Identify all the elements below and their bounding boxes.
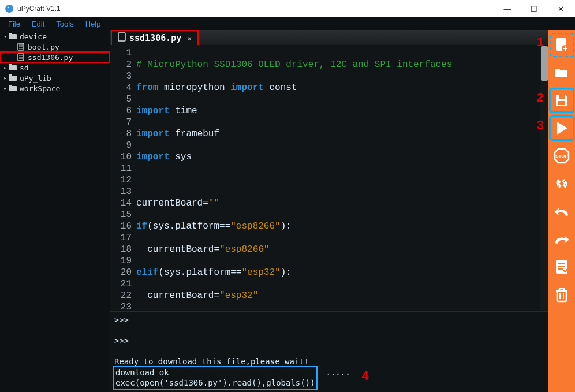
svg-text:STOP: STOP [555,154,568,159]
folder-icon [8,85,17,92]
undo-button[interactable] [550,200,573,223]
new-file-button[interactable] [550,33,573,57]
toolbar-rail: 1 2 3 STOP [548,30,575,392]
annotation-4: 4 [362,368,369,383]
svg-point-0 [5,5,13,13]
svg-rect-18 [118,33,125,41]
menu-edit[interactable]: Edit [26,18,50,29]
close-tab-icon[interactable]: ✕ [187,34,192,43]
file-tree: ▾ device boot.py ssd1306.py ▸ sd ▸ uPy_l… [0,30,110,392]
editor-scrollbar[interactable] [540,45,548,311]
close-button[interactable]: ✕ [547,0,574,17]
svg-rect-15 [9,74,12,77]
annotation-3: 3 [537,118,544,133]
svg-point-1 [8,7,9,9]
file-icon [16,43,25,51]
menu-tools[interactable]: Tools [50,18,79,29]
folder-icon [8,33,17,40]
clear-button[interactable] [550,283,573,306]
annotation-1: 1 [537,35,544,50]
tree-workspace[interactable]: ▸ workSpace [0,83,110,94]
tree-boot[interactable]: boot.py [0,42,110,52]
minimize-button[interactable]: — [494,0,521,17]
menu-help[interactable]: Help [80,18,107,29]
redo-button[interactable] [550,227,573,251]
run-button[interactable] [550,117,573,140]
menubar: File Edit Tools Help [0,17,575,30]
svg-rect-22 [559,95,565,99]
tree-device[interactable]: ▾ device [0,31,110,42]
tree-ssd1306[interactable]: ssd1306.py [0,52,110,62]
folder-icon [8,64,17,71]
tree-sd[interactable]: ▸ sd [0,62,110,73]
folder-icon [8,74,17,81]
menu-file[interactable]: File [2,18,26,29]
stop-button[interactable]: STOP [550,144,573,167]
file-icon [16,53,25,61]
maximize-button[interactable]: ☐ [521,0,547,17]
app-logo-icon [5,4,14,13]
console[interactable]: >>> >>> Ready to download this file,plea… [110,311,548,392]
tabbar: ssd1306.py ✕ [110,30,548,45]
code-content: # MicroPython SSD1306 OLED driver, I2C a… [136,45,452,311]
console-download-box: download ok exec(open('ssd1306.py').read… [114,367,316,389]
svg-rect-21 [558,101,565,105]
tab-ssd1306[interactable]: ssd1306.py ✕ [112,31,197,45]
tree-upylib[interactable]: ▸ uPy_lib [0,73,110,83]
svg-rect-13 [9,64,12,66]
code-editor[interactable]: 1234567891011121314151617181920212223 # … [110,45,548,311]
annotation-2: 2 [537,90,544,105]
syntax-check-button[interactable] [550,255,573,278]
svg-rect-3 [9,33,12,35]
svg-rect-17 [9,85,12,87]
open-folder-button[interactable] [550,61,573,84]
window-title: uPyCraft V1.1 [17,5,494,13]
gutter: 1234567891011121314151617181920212223 [110,45,136,311]
save-button[interactable] [550,89,573,112]
connect-button[interactable] [550,172,573,195]
file-icon [118,32,126,44]
